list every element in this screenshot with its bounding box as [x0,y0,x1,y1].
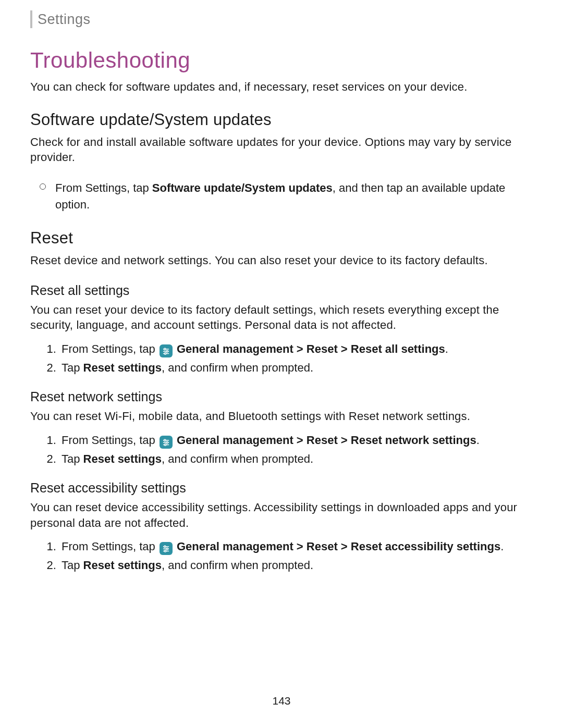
breadcrumb-text: Settings [38,11,91,28]
svg-point-1 [164,348,166,350]
document-page: Settings Troubleshooting You can check f… [0,0,563,728]
step-bold: General management > Reset > Reset acces… [174,540,500,553]
step-bold: General management > Reset > Reset netwo… [174,434,476,447]
section-reset-heading: Reset [30,229,533,248]
svg-point-9 [166,441,168,443]
intro-paragraph: You can check for software updates and, … [30,79,533,95]
step-bold: Software update/System updates [152,181,333,194]
step-text: . [445,342,448,355]
reset-all-settings-body: You can reset your device to its factory… [30,302,533,333]
breadcrumb: Settings [30,10,533,28]
step-text: . [500,540,504,553]
step-text: Tap [62,559,83,572]
general-management-icon [160,344,173,357]
list-item: Tap Reset settings, and confirm when pro… [59,557,533,574]
reset-accessibility-settings-body: You can reset device accessibility setti… [30,500,533,530]
step-text: . [476,434,480,447]
reset-network-settings-heading: Reset network settings [30,389,533,404]
section-reset-body: Reset device and network settings. You c… [30,253,533,268]
svg-point-11 [164,444,166,446]
reset-network-settings-steps: From Settings, tap General management > … [30,431,533,468]
general-management-icon [160,436,173,449]
reset-all-settings-heading: Reset all settings [30,283,533,298]
svg-point-13 [164,546,166,548]
step-text: , and confirm when prompted. [162,559,313,572]
step-bold: Reset settings [83,559,162,572]
step-text: From Settings, tap [55,181,152,194]
section-software-update-body: Check for and install available software… [30,134,533,165]
svg-point-17 [164,550,166,552]
list-item: From Settings, tap General management > … [59,431,533,449]
step-text: , and confirm when prompted. [162,452,313,465]
svg-point-15 [166,548,168,550]
list-item: Tap Reset settings, and confirm when pro… [59,450,533,468]
step-bold: Reset settings [83,452,162,465]
step-bold: General management > Reset > Reset all s… [174,342,445,355]
step-text: From Settings, tap [62,540,158,553]
reset-network-settings-body: You can reset Wi-Fi, mobile data, and Bl… [30,409,533,424]
step-text: From Settings, tap [62,434,158,447]
general-management-icon [160,542,173,555]
software-update-step: From Settings, tap Software update/Syste… [55,180,533,213]
page-number: 143 [0,695,563,707]
breadcrumb-bar [30,10,32,28]
reset-accessibility-settings-heading: Reset accessibility settings [30,480,533,496]
software-update-steps: From Settings, tap Software update/Syste… [30,180,533,213]
reset-all-settings-steps: From Settings, tap General management > … [30,340,533,377]
list-item: Tap Reset settings, and confirm when pro… [59,359,533,377]
list-item: From Settings, tap General management > … [59,538,533,556]
reset-accessibility-settings-steps: From Settings, tap General management > … [30,538,533,574]
step-text: Tap [62,452,83,465]
step-bold: Reset settings [83,361,162,374]
page-title: Troubleshooting [30,48,533,73]
step-text: From Settings, tap [62,342,158,355]
step-text: , and confirm when prompted. [162,361,313,374]
section-software-update-heading: Software update/System updates [30,110,533,129]
svg-point-5 [164,353,166,354]
list-item: From Settings, tap General management > … [59,340,533,358]
svg-point-7 [164,439,166,441]
step-text: Tap [62,361,83,374]
svg-point-3 [166,350,168,352]
